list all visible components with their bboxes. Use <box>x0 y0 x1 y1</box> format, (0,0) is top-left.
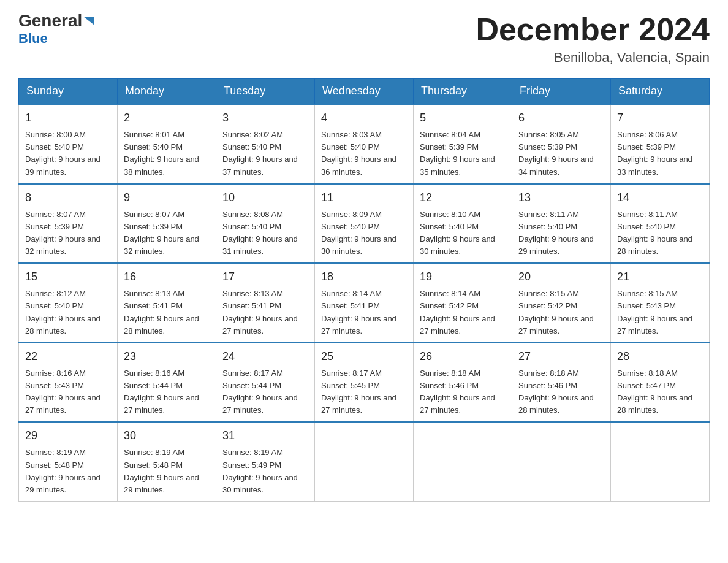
day-cell: 19 Sunrise: 8:14 AMSunset: 5:42 PMDaylig… <box>414 263 512 343</box>
location: Benilloba, Valencia, Spain <box>476 50 710 66</box>
day-cell: 21 Sunrise: 8:15 AMSunset: 5:43 PMDaylig… <box>611 263 710 343</box>
day-cell: 22 Sunrise: 8:16 AMSunset: 5:43 PMDaylig… <box>19 343 118 423</box>
day-cell: 30 Sunrise: 8:19 AMSunset: 5:48 PMDaylig… <box>118 422 216 501</box>
day-number: 24 <box>222 348 308 365</box>
day-number: 8 <box>25 190 111 206</box>
day-info: Sunrise: 8:02 AMSunset: 5:40 PMDaylight:… <box>222 130 298 176</box>
day-number: 10 <box>222 190 308 206</box>
day-info: Sunrise: 8:11 AMSunset: 5:40 PMDaylight:… <box>518 210 594 256</box>
day-info: Sunrise: 8:01 AMSunset: 5:40 PMDaylight:… <box>124 130 199 176</box>
day-cell: 7 Sunrise: 8:06 AMSunset: 5:39 PMDayligh… <box>611 104 710 184</box>
day-info: Sunrise: 8:10 AMSunset: 5:40 PMDaylight:… <box>420 210 495 256</box>
day-cell: 15 Sunrise: 8:12 AMSunset: 5:40 PMDaylig… <box>19 263 118 343</box>
day-info: Sunrise: 8:03 AMSunset: 5:40 PMDaylight:… <box>321 130 396 176</box>
day-cell: 5 Sunrise: 8:04 AMSunset: 5:39 PMDayligh… <box>414 104 512 184</box>
day-info: Sunrise: 8:18 AMSunset: 5:47 PMDaylight:… <box>617 369 692 415</box>
day-info: Sunrise: 8:08 AMSunset: 5:40 PMDaylight:… <box>222 210 298 256</box>
day-cell: 6 Sunrise: 8:05 AMSunset: 5:39 PMDayligh… <box>512 104 611 184</box>
weekday-header-monday: Monday <box>118 79 216 105</box>
day-info: Sunrise: 8:13 AMSunset: 5:41 PMDaylight:… <box>124 289 199 335</box>
week-row-2: 8 Sunrise: 8:07 AMSunset: 5:39 PMDayligh… <box>19 184 710 264</box>
weekday-header-friday: Friday <box>512 79 611 105</box>
day-number: 2 <box>124 110 210 126</box>
day-info: Sunrise: 8:16 AMSunset: 5:44 PMDaylight:… <box>124 369 199 415</box>
title-area: December 2024 Benilloba, Valencia, Spain <box>476 12 710 66</box>
day-info: Sunrise: 8:19 AMSunset: 5:48 PMDaylight:… <box>124 448 199 494</box>
day-cell <box>315 422 414 501</box>
day-info: Sunrise: 8:19 AMSunset: 5:48 PMDaylight:… <box>25 448 100 494</box>
day-info: Sunrise: 8:15 AMSunset: 5:42 PMDaylight:… <box>518 289 594 335</box>
day-cell: 9 Sunrise: 8:07 AMSunset: 5:39 PMDayligh… <box>118 184 216 264</box>
day-cell: 29 Sunrise: 8:19 AMSunset: 5:48 PMDaylig… <box>19 422 118 501</box>
day-cell: 18 Sunrise: 8:14 AMSunset: 5:41 PMDaylig… <box>315 263 414 343</box>
week-row-1: 1 Sunrise: 8:00 AMSunset: 5:40 PMDayligh… <box>19 104 710 184</box>
day-info: Sunrise: 8:18 AMSunset: 5:46 PMDaylight:… <box>420 369 495 415</box>
day-number: 1 <box>25 110 111 126</box>
month-title: December 2024 <box>476 12 710 47</box>
day-info: Sunrise: 8:15 AMSunset: 5:43 PMDaylight:… <box>617 289 692 335</box>
day-cell: 8 Sunrise: 8:07 AMSunset: 5:39 PMDayligh… <box>19 184 118 264</box>
day-cell: 24 Sunrise: 8:17 AMSunset: 5:44 PMDaylig… <box>216 343 315 423</box>
day-info: Sunrise: 8:12 AMSunset: 5:40 PMDaylight:… <box>25 289 100 335</box>
day-cell: 14 Sunrise: 8:11 AMSunset: 5:40 PMDaylig… <box>611 184 710 264</box>
week-row-4: 22 Sunrise: 8:16 AMSunset: 5:43 PMDaylig… <box>19 343 710 423</box>
day-info: Sunrise: 8:18 AMSunset: 5:46 PMDaylight:… <box>518 369 594 415</box>
day-info: Sunrise: 8:14 AMSunset: 5:42 PMDaylight:… <box>420 289 495 335</box>
day-info: Sunrise: 8:07 AMSunset: 5:39 PMDaylight:… <box>25 210 100 256</box>
day-number: 20 <box>518 269 604 285</box>
calendar-table: SundayMondayTuesdayWednesdayThursdayFrid… <box>18 78 710 502</box>
day-info: Sunrise: 8:17 AMSunset: 5:44 PMDaylight:… <box>222 369 298 415</box>
day-number: 17 <box>222 269 308 285</box>
day-cell: 3 Sunrise: 8:02 AMSunset: 5:40 PMDayligh… <box>216 104 315 184</box>
weekday-header-wednesday: Wednesday <box>315 79 414 105</box>
day-info: Sunrise: 8:17 AMSunset: 5:45 PMDaylight:… <box>321 369 396 415</box>
day-info: Sunrise: 8:09 AMSunset: 5:40 PMDaylight:… <box>321 210 396 256</box>
svg-marker-0 <box>83 17 94 25</box>
day-cell: 12 Sunrise: 8:10 AMSunset: 5:40 PMDaylig… <box>414 184 512 264</box>
weekday-header-sunday: Sunday <box>19 79 118 105</box>
day-number: 25 <box>321 348 407 365</box>
day-number: 28 <box>617 348 703 365</box>
weekday-header-saturday: Saturday <box>611 79 710 105</box>
logo-sub: Blue <box>18 31 48 47</box>
day-cell <box>611 422 710 501</box>
day-info: Sunrise: 8:00 AMSunset: 5:40 PMDaylight:… <box>25 130 100 176</box>
day-cell: 20 Sunrise: 8:15 AMSunset: 5:42 PMDaylig… <box>512 263 611 343</box>
day-number: 6 <box>518 110 604 126</box>
day-info: Sunrise: 8:11 AMSunset: 5:40 PMDaylight:… <box>617 210 692 256</box>
week-row-5: 29 Sunrise: 8:19 AMSunset: 5:48 PMDaylig… <box>19 422 710 501</box>
day-info: Sunrise: 8:16 AMSunset: 5:43 PMDaylight:… <box>25 369 100 415</box>
day-number: 14 <box>617 190 703 206</box>
day-number: 22 <box>25 348 111 365</box>
weekday-header-thursday: Thursday <box>414 79 512 105</box>
weekday-header-row: SundayMondayTuesdayWednesdayThursdayFrid… <box>19 79 710 105</box>
week-row-3: 15 Sunrise: 8:12 AMSunset: 5:40 PMDaylig… <box>19 263 710 343</box>
day-cell: 4 Sunrise: 8:03 AMSunset: 5:40 PMDayligh… <box>315 104 414 184</box>
page-header: General Blue December 2024 Benilloba, Va… <box>18 12 710 66</box>
day-info: Sunrise: 8:06 AMSunset: 5:39 PMDaylight:… <box>617 130 692 176</box>
day-cell: 16 Sunrise: 8:13 AMSunset: 5:41 PMDaylig… <box>118 263 216 343</box>
day-number: 31 <box>222 427 308 444</box>
day-number: 15 <box>25 269 111 285</box>
day-cell: 1 Sunrise: 8:00 AMSunset: 5:40 PMDayligh… <box>19 104 118 184</box>
logo: General Blue <box>18 12 97 47</box>
day-cell: 31 Sunrise: 8:19 AMSunset: 5:49 PMDaylig… <box>216 422 315 501</box>
logo-main: General <box>18 12 97 29</box>
day-cell: 26 Sunrise: 8:18 AMSunset: 5:46 PMDaylig… <box>414 343 512 423</box>
day-number: 12 <box>420 190 506 206</box>
day-number: 7 <box>617 110 703 126</box>
day-number: 19 <box>420 269 506 285</box>
day-info: Sunrise: 8:04 AMSunset: 5:39 PMDaylight:… <box>420 130 495 176</box>
day-number: 23 <box>124 348 210 365</box>
day-cell: 11 Sunrise: 8:09 AMSunset: 5:40 PMDaylig… <box>315 184 414 264</box>
day-info: Sunrise: 8:05 AMSunset: 5:39 PMDaylight:… <box>518 130 594 176</box>
day-number: 11 <box>321 190 407 206</box>
day-info: Sunrise: 8:07 AMSunset: 5:39 PMDaylight:… <box>124 210 199 256</box>
day-cell <box>414 422 512 501</box>
day-info: Sunrise: 8:19 AMSunset: 5:49 PMDaylight:… <box>222 448 298 494</box>
day-number: 13 <box>518 190 604 206</box>
day-info: Sunrise: 8:14 AMSunset: 5:41 PMDaylight:… <box>321 289 396 335</box>
day-cell: 27 Sunrise: 8:18 AMSunset: 5:46 PMDaylig… <box>512 343 611 423</box>
day-number: 3 <box>222 110 308 126</box>
day-cell: 2 Sunrise: 8:01 AMSunset: 5:40 PMDayligh… <box>118 104 216 184</box>
